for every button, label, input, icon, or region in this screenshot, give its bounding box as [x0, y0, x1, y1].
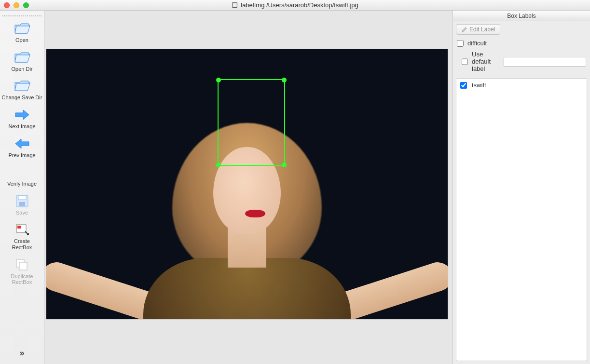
- use-default-label-row: Use default label: [453, 49, 590, 74]
- next-image-button[interactable]: Next Image: [0, 105, 44, 134]
- titlebar: labelImg /Users/sararob/Desktop/tswift.j…: [0, 0, 590, 11]
- arrow-left-icon: [14, 136, 30, 151]
- change-save-dir-label: Change Save Dir: [2, 94, 42, 101]
- canvas-area[interactable]: [44, 11, 453, 364]
- window-title: labelImg /Users/sararob/Desktop/tswift.j…: [232, 1, 358, 9]
- bbox-handle-top-right[interactable]: [282, 78, 287, 82]
- use-default-label-checkbox[interactable]: [462, 58, 468, 65]
- save-label: Save: [16, 210, 28, 216]
- create-rectbox-button[interactable]: Create RectBox: [0, 219, 44, 254]
- blank-icon: [14, 165, 30, 179]
- duplicate-icon: [14, 257, 30, 272]
- bbox-handle-top-left[interactable]: [216, 78, 221, 82]
- svg-rect-3: [19, 202, 25, 206]
- difficult-label[interactable]: difficult: [467, 40, 487, 47]
- label-item-name: tswift: [472, 81, 486, 89]
- app-icon: [232, 2, 238, 8]
- svg-rect-5: [17, 226, 21, 229]
- panel-header-title: Box Labels: [507, 13, 535, 19]
- difficult-checkbox[interactable]: [457, 40, 464, 47]
- rect-create-icon: [14, 222, 30, 237]
- duplicate-rectbox-button[interactable]: Duplicate RectBox: [0, 255, 44, 289]
- create-rectbox-label: Create RectBox: [12, 238, 32, 250]
- pencil-icon: [461, 27, 467, 33]
- window-controls: [4, 2, 29, 8]
- panel-header: Box Labels: [453, 11, 590, 21]
- label-list[interactable]: tswift: [456, 78, 587, 361]
- close-window-button[interactable]: [4, 2, 10, 8]
- folder-open-icon: [14, 21, 30, 36]
- window-title-text: labelImg /Users/sararob/Desktop/tswift.j…: [241, 1, 358, 9]
- change-save-dir-button[interactable]: Change Save Dir: [0, 76, 44, 105]
- prev-image-button[interactable]: Prev Image: [0, 134, 44, 162]
- open-dir-label: Open Dir: [11, 66, 32, 72]
- label-item-checkbox[interactable]: [460, 82, 467, 89]
- arrow-right-icon: [14, 108, 30, 122]
- open-dir-button[interactable]: Open Dir: [0, 47, 44, 76]
- box-labels-panel: Box Labels Edit Label difficult Use defa…: [453, 11, 590, 364]
- floppy-save-icon: [14, 194, 30, 208]
- minimize-window-button[interactable]: [14, 2, 19, 8]
- left-toolbar: Open Open Dir Change Save Dir Next Image: [0, 11, 44, 364]
- open-label: Open: [15, 37, 28, 43]
- duplicate-rectbox-label: Duplicate RectBox: [11, 273, 33, 285]
- use-default-label-text[interactable]: Use default label: [472, 51, 500, 72]
- toolbar-separator: [2, 15, 42, 16]
- verify-image-button[interactable]: Verify Image: [0, 162, 44, 191]
- zoom-window-button[interactable]: [23, 2, 29, 8]
- open-button[interactable]: Open: [0, 18, 44, 47]
- default-label-input[interactable]: [504, 57, 586, 67]
- save-button[interactable]: Save: [0, 191, 44, 220]
- workspace: Open Open Dir Change Save Dir Next Image: [0, 11, 590, 364]
- folder-open-icon: [14, 50, 30, 65]
- svg-rect-0: [233, 3, 237, 8]
- edit-label-button[interactable]: Edit Label: [456, 24, 500, 35]
- toolbar-expand-icon[interactable]: »: [19, 348, 24, 358]
- folder-open-icon: [14, 79, 30, 93]
- difficult-row: difficult: [453, 38, 590, 49]
- prev-image-label: Prev Image: [8, 152, 35, 159]
- next-image-label: Next Image: [8, 123, 35, 130]
- label-list-item[interactable]: tswift: [456, 79, 587, 92]
- loaded-image[interactable]: [46, 49, 448, 319]
- svg-rect-2: [18, 196, 26, 200]
- verify-image-label: Verify Image: [7, 181, 37, 187]
- edit-label-text: Edit Label: [469, 26, 495, 33]
- svg-rect-7: [19, 262, 27, 270]
